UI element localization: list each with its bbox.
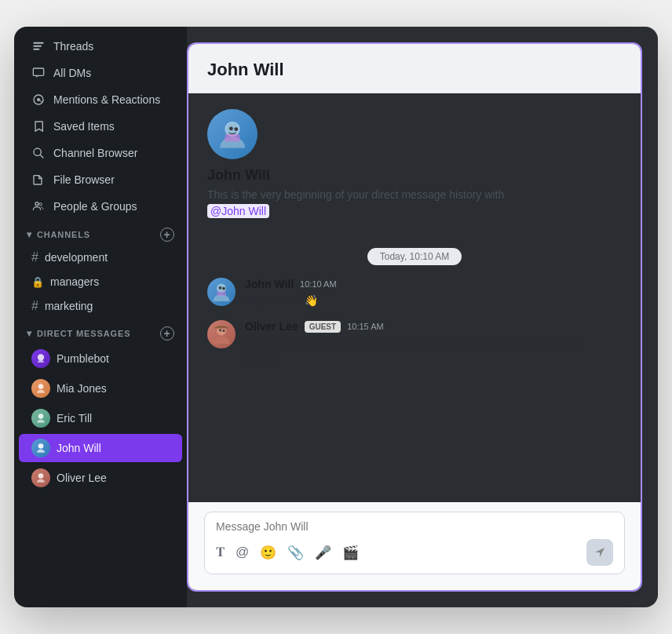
svg-point-16	[229, 126, 233, 130]
chat-header: John Will	[188, 44, 641, 93]
channels-section-label: CHANNELS	[37, 230, 90, 239]
intro-text: This is the very beginning of your direc…	[207, 187, 504, 220]
avatar-john-active	[31, 439, 50, 457]
sidebar-item-channel-browser[interactable]: Channel Browser	[19, 140, 182, 166]
mention-icon[interactable]: @	[236, 545, 249, 560]
people-icon	[31, 199, 46, 213]
intro-avatar	[207, 109, 257, 159]
svg-point-24	[219, 329, 221, 331]
dm-mia-jones[interactable]: Mia Jones	[19, 374, 182, 403]
channel-development-label: development	[45, 251, 108, 264]
mia-jones-label: Mia Jones	[57, 382, 107, 395]
svg-point-21	[222, 287, 225, 290]
people-label: People & Groups	[53, 200, 137, 213]
message-group-2: Oliver Lee GUEST 10:15 AM Hey John, I'm …	[207, 320, 622, 368]
msg-time-2: 10:15 AM	[347, 322, 383, 331]
saved-icon	[31, 119, 46, 133]
emoji-icon[interactable]: 🙂	[260, 545, 276, 561]
add-dm-button[interactable]: +	[160, 326, 174, 341]
dm-section: ▾ DIRECT MESSAGES +	[14, 319, 187, 344]
sidebar-item-people[interactable]: People & Groups	[19, 194, 182, 219]
avatar-oliver-msg	[207, 320, 236, 348]
oliver-lee-label: Oliver Lee	[57, 472, 107, 484]
date-divider-label: Today, 10:10 AM	[367, 248, 462, 265]
msg-header-1: John Will 10:10 AM	[245, 278, 622, 290]
msg-time-1: 10:10 AM	[300, 279, 336, 289]
sidebar-item-mentions[interactable]: Mentions & Reactions	[19, 87, 182, 112]
msg-sender-1: John Will	[245, 278, 294, 290]
input-toolbar: 𝐓 @ 🙂 📎 🎤 🎬	[216, 539, 613, 566]
sidebar-item-saved[interactable]: Saved Items	[19, 114, 182, 139]
channels-section: ▾ CHANNELS +	[14, 220, 187, 245]
saved-label: Saved Items	[53, 120, 115, 133]
svg-point-17	[234, 127, 238, 131]
message-group-1: John Will 10:10 AM Hey, Oliver! 👋	[207, 278, 622, 309]
sidebar-item-file-browser[interactable]: File Browser	[19, 167, 182, 192]
dm-eric-till[interactable]: Eric Till	[19, 404, 182, 432]
mentions-label: Mentions & Reactions	[53, 93, 160, 106]
channel-browser-label: Channel Browser	[53, 147, 137, 159]
text-format-icon[interactable]: 𝐓	[216, 545, 225, 560]
svg-rect-2	[33, 49, 39, 50]
guest-badge: GUEST	[305, 321, 341, 333]
svg-point-5	[37, 98, 40, 101]
threads-label: Threads	[53, 40, 93, 53]
date-divider: Today, 10:10 AM	[207, 248, 622, 265]
svg-point-7	[35, 202, 38, 206]
svg-rect-3	[33, 68, 43, 75]
chat-input-area: 𝐓 @ 🙂 📎 🎤 🎬	[188, 502, 641, 590]
sidebar-item-all-dms[interactable]: All DMs	[19, 60, 182, 86]
msg-text-1: Hey, Oliver! 👋	[245, 293, 622, 309]
chat-body[interactable]: John Will This is the very beginning of …	[188, 93, 641, 502]
sidebar-item-threads[interactable]: Threads	[19, 34, 182, 59]
dms-icon	[31, 66, 46, 80]
svg-point-25	[223, 330, 225, 332]
svg-point-12	[38, 443, 44, 449]
dm-john-will[interactable]: John Will	[19, 434, 182, 462]
channel-browser-icon	[31, 146, 46, 160]
mention-link[interactable]: @John Will	[207, 204, 269, 218]
audio-icon[interactable]: 🎤	[315, 545, 331, 561]
app-container: Threads All DMs Mentions & Reactions Sav…	[14, 27, 658, 607]
msg-text-2: Hey John, I'm sending over the email rig…	[245, 335, 622, 368]
msg-header-2: Oliver Lee GUEST 10:15 AM	[245, 320, 622, 333]
dm-pumblebot[interactable]: Pumblebot	[19, 344, 182, 373]
attachment-icon[interactable]: 📎	[287, 545, 304, 561]
msg-sender-2: Oliver Lee	[245, 320, 298, 333]
mentions-icon	[31, 93, 46, 107]
threads-icon	[31, 39, 46, 53]
channel-managers-label: managers	[50, 275, 99, 288]
msg-content-2: Oliver Lee GUEST 10:15 AM Hey John, I'm …	[245, 320, 622, 368]
main-wrapper: John Will	[187, 27, 658, 607]
avatar-john-msg	[207, 278, 236, 306]
channel-marketing-label: marketing	[45, 300, 93, 312]
svg-rect-1	[33, 46, 42, 47]
file-browser-icon	[31, 173, 46, 187]
channel-item-managers[interactable]: 🔒 managers	[19, 271, 182, 293]
john-will-label: John Will	[57, 442, 101, 454]
svg-point-11	[38, 414, 44, 419]
message-input[interactable]	[216, 520, 613, 533]
avatar-oliver	[31, 468, 50, 487]
svg-point-13	[38, 473, 44, 479]
chat-header-name: John Will	[207, 60, 284, 79]
video-icon[interactable]: 🎬	[342, 545, 359, 561]
avatar-mia	[31, 379, 50, 398]
dm-oliver-lee[interactable]: Oliver Lee	[19, 464, 182, 492]
svg-point-10	[38, 384, 44, 389]
input-tools: 𝐓 @ 🙂 📎 🎤 🎬	[216, 545, 359, 561]
eric-till-label: Eric Till	[57, 412, 92, 424]
all-dms-label: All DMs	[53, 67, 91, 79]
channel-item-development[interactable]: # development	[19, 246, 182, 269]
message-input-box: 𝐓 @ 🙂 📎 🎤 🎬	[204, 512, 625, 574]
intro-section: John Will This is the very beginning of …	[207, 109, 622, 220]
svg-rect-18	[225, 134, 239, 142]
add-channel-button[interactable]: +	[160, 228, 174, 242]
msg-content-1: John Will 10:10 AM Hey, Oliver! 👋	[245, 278, 622, 309]
svg-rect-22	[217, 291, 226, 296]
svg-point-20	[219, 286, 222, 290]
svg-rect-0	[33, 42, 43, 44]
send-button[interactable]	[586, 539, 613, 566]
channel-item-marketing[interactable]: # marketing	[19, 294, 182, 318]
chat-panel: John Will	[187, 42, 642, 592]
